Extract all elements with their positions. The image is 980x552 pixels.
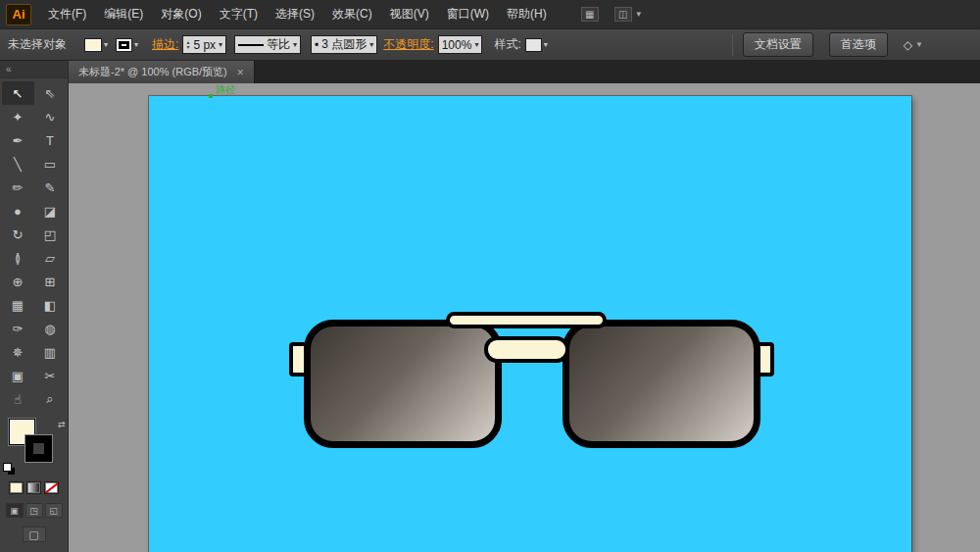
select-similar-button[interactable]: ◇ ▼	[904, 38, 923, 52]
menu-file[interactable]: 文件(F)	[39, 0, 95, 28]
draw-normal-button[interactable]: ▣	[6, 503, 24, 518]
divider	[732, 34, 733, 56]
selection-tool[interactable]: ↖	[2, 81, 34, 105]
rotate-tool[interactable]: ↻	[2, 223, 34, 246]
rectangle-tool[interactable]: ▭	[34, 152, 67, 176]
close-icon[interactable]: ×	[237, 66, 244, 79]
swap-fill-stroke-icon[interactable]: ⇄	[58, 420, 66, 429]
slice-icon: ✂	[45, 369, 56, 383]
arrange-documents-icon[interactable]: ▦	[581, 7, 599, 22]
mesh-icon: ▦	[12, 298, 24, 313]
canvas-area[interactable]: 路径	[69, 83, 980, 552]
pen-icon: ✒	[13, 133, 24, 148]
control-bar: 未选择对象 ▾ ▾ 描边: ▴▾ 5 px ▾ 等比 ▾ • 3 点圆形 ▾ 不	[0, 29, 980, 61]
none-button[interactable]	[44, 481, 59, 494]
draw-inside-button[interactable]: ◱	[45, 503, 63, 518]
menu-object[interactable]: 对象(O)	[152, 0, 210, 28]
type-icon: T	[46, 133, 54, 148]
select-similar-icon: ◇	[904, 38, 912, 52]
screen-mode-button[interactable]: ▢	[23, 527, 46, 542]
menu-effect[interactable]: 效果(C)	[323, 0, 381, 28]
artboard-tool[interactable]: ▣	[2, 364, 34, 387]
pen-tool[interactable]: ✒	[2, 128, 34, 152]
eyedropper-tool[interactable]: ✑	[2, 317, 34, 340]
stroke-color-box[interactable]	[25, 435, 52, 462]
workspace-switcher[interactable]: ◫ ▼	[614, 7, 643, 22]
stroke-weight-field[interactable]: ▴▾ 5 px ▾	[182, 35, 226, 54]
stroke-panel-link[interactable]: 描边:	[152, 36, 178, 53]
artboard-tool-icon: ▣	[12, 369, 24, 383]
magic-wand-tool[interactable]: ✦	[2, 105, 34, 128]
opacity-panel-link[interactable]: 不透明度:	[383, 36, 433, 53]
selection-status: 未选择对象	[8, 36, 67, 53]
stroke-color-picker[interactable]: ▾	[116, 38, 138, 52]
magic-wand-icon: ✦	[13, 110, 24, 125]
sunglasses-left-lens-shape[interactable]	[304, 320, 502, 448]
free-transform-tool[interactable]: ▱	[34, 246, 67, 270]
paintbrush-tool[interactable]: ✏	[2, 176, 34, 199]
direct-selection-tool-icon: ⇖	[45, 86, 56, 101]
paintbrush-icon: ✏	[13, 180, 24, 195]
lasso-tool[interactable]: ∿	[34, 105, 67, 128]
perspective-grid-tool[interactable]: ⊞	[34, 270, 67, 293]
lasso-icon: ∿	[45, 110, 56, 125]
width-profile-dropdown[interactable]: 等比 ▾	[234, 35, 301, 54]
brush-bullet: •	[315, 38, 318, 52]
width-tool-icon: ≬	[15, 251, 21, 266]
chevron-down-icon: ▾	[134, 40, 138, 49]
scale-tool[interactable]: ◰	[34, 223, 67, 246]
opacity-dropdown[interactable]: 100% ▾	[438, 35, 483, 54]
brush-definition-dropdown[interactable]: • 3 点圆形 ▾	[311, 35, 377, 54]
slice-tool[interactable]: ✂	[34, 364, 67, 387]
pencil-tool[interactable]: ✎	[34, 176, 67, 199]
fill-swatch	[84, 38, 102, 52]
smart-guide-anchor	[209, 94, 213, 98]
illustrator-window: Ai 文件(F) 编辑(E) 对象(O) 文字(T) 选择(S) 效果(C) 视…	[0, 0, 980, 552]
eraser-tool[interactable]: ◪	[34, 199, 67, 223]
document-tab[interactable]: 未标题-2* @ 100% (RGB/预览) ×	[69, 61, 255, 83]
sunglasses-bridge-shape[interactable]	[484, 336, 569, 363]
gradient-button[interactable]	[26, 481, 41, 494]
fill-color-picker[interactable]: ▾	[84, 38, 108, 52]
preferences-button[interactable]: 首选项	[829, 32, 888, 57]
stroke-profile-preview	[238, 44, 264, 46]
document-setup-button[interactable]: 文档设置	[743, 32, 813, 57]
chevron-down-icon: ▾	[104, 40, 108, 49]
sunglasses-right-lens-shape[interactable]	[563, 320, 760, 448]
menu-window[interactable]: 窗口(W)	[438, 0, 498, 28]
default-fill-stroke-icon[interactable]	[3, 463, 12, 472]
menu-help[interactable]: 帮助(H)	[498, 0, 556, 28]
menu-type[interactable]: 文字(T)	[211, 0, 267, 28]
collapse-panel-icon[interactable]: «	[6, 64, 12, 75]
type-tool[interactable]: T	[34, 128, 67, 152]
column-graph-tool[interactable]: ▥	[34, 340, 67, 364]
draw-behind-button[interactable]: ◳	[25, 503, 43, 518]
width-tool[interactable]: ≬	[2, 246, 34, 270]
shape-builder-tool[interactable]: ⊕	[2, 270, 34, 293]
chevron-down-icon: ▾	[219, 40, 222, 49]
color-button[interactable]	[9, 481, 24, 494]
document-tab-bar: 未标题-2* @ 100% (RGB/预览) ×	[69, 61, 980, 83]
document-tab-title: 未标题-2* @ 100% (RGB/预览)	[78, 65, 227, 79]
line-segment-tool[interactable]: ╲	[2, 152, 34, 176]
menu-select[interactable]: 选择(S)	[267, 0, 323, 28]
blob-brush-tool[interactable]: ●	[2, 199, 34, 223]
smart-guide-label: 路径	[216, 83, 235, 97]
menu-edit[interactable]: 编辑(E)	[95, 0, 152, 28]
style-label: 样式:	[494, 36, 520, 53]
hand-tool[interactable]: ☝	[2, 387, 34, 411]
menu-view[interactable]: 视图(V)	[381, 0, 438, 28]
direct-selection-tool[interactable]: ⇖	[34, 81, 67, 105]
gradient-tool[interactable]: ◧	[34, 293, 67, 317]
gradient-icon: ◧	[44, 298, 56, 313]
brush-value: 3 点圆形	[321, 36, 367, 53]
mesh-tool[interactable]: ▦	[2, 293, 34, 317]
symbol-sprayer-tool[interactable]: ✵	[2, 340, 34, 364]
blend-icon: ◍	[44, 322, 55, 336]
style-dropdown[interactable]: ▾	[525, 38, 548, 52]
blend-tool[interactable]: ◍	[34, 317, 67, 340]
tools-panel: « ↖ ⇖ ✦ ∿ ✒ T ╲ ▭ ✏ ✎ ● ◪ ↻ ◰ ≬ ▱ ⊕ ⊞ ▦ …	[0, 61, 69, 552]
sunglasses-top-bar-shape[interactable]	[446, 312, 607, 328]
stepper-icon[interactable]: ▴▾	[186, 40, 189, 50]
zoom-tool[interactable]: ⌕	[34, 387, 67, 411]
